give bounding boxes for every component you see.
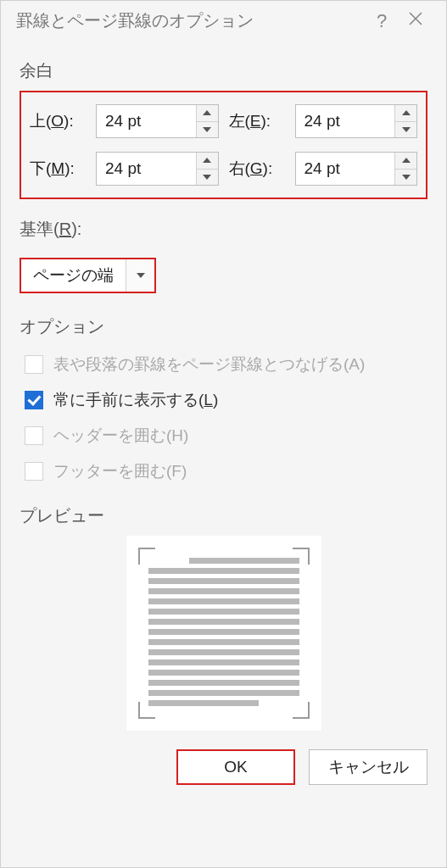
close-button[interactable]: [399, 11, 433, 31]
margin-right-inc[interactable]: [395, 153, 416, 170]
margin-right-input[interactable]: 24 pt: [295, 152, 418, 186]
option-align-borders: 表や段落の罫線をページ罫線とつなげる(A): [20, 347, 427, 382]
chevron-up-icon: [402, 158, 411, 163]
option-always-front[interactable]: 常に手前に表示する(L): [20, 382, 427, 418]
option-surround-header: ヘッダーを囲む(H): [20, 418, 427, 453]
margin-left-inc[interactable]: [395, 105, 416, 122]
preview-page: [126, 536, 321, 731]
dialog-title: 罫線とページ罫線のオプション: [16, 9, 365, 32]
margin-left-field: 左(E): 24 pt: [229, 104, 418, 138]
crop-mark-tr: [293, 548, 310, 565]
dialog-footer: OK キャンセル: [1, 731, 446, 800]
preview-container: [20, 536, 427, 731]
margin-bottom-inc[interactable]: [197, 153, 218, 170]
margin-bottom-label: 下(M):: [30, 158, 96, 180]
margin-bottom-dec[interactable]: [197, 170, 218, 186]
option-label: 常に手前に表示する(L): [53, 389, 218, 411]
margin-right-value[interactable]: 24 pt: [296, 153, 395, 185]
margin-left-value[interactable]: 24 pt: [296, 105, 395, 137]
chevron-down-icon: [402, 127, 411, 132]
margin-top-value[interactable]: 24 pt: [97, 105, 196, 137]
chevron-up-icon: [203, 110, 211, 115]
measure-from-toggle[interactable]: [126, 259, 154, 292]
options-group: 表や段落の罫線をページ罫線とつなげる(A) 常に手前に表示する(L) ヘッダーを…: [20, 347, 427, 489]
option-label: 表や段落の罫線をページ罫線とつなげる(A): [53, 353, 365, 376]
margin-top-input[interactable]: 24 pt: [96, 104, 219, 138]
margin-section-label: 余白: [20, 59, 427, 82]
margin-right-label: 右(G):: [229, 158, 295, 180]
measure-from-section: 基準(R): ページの端: [20, 218, 427, 293]
checkbox: [25, 355, 43, 374]
margin-bottom-input[interactable]: 24 pt: [96, 152, 219, 186]
checkbox: [25, 426, 43, 445]
cancel-button[interactable]: キャンセル: [309, 749, 427, 785]
checkbox: [25, 462, 43, 481]
titlebar: 罫線とページ罫線のオプション ?: [1, 1, 446, 41]
chevron-down-icon: [137, 273, 145, 278]
margin-top-label: 上(O):: [30, 110, 96, 132]
margin-left-input[interactable]: 24 pt: [295, 104, 418, 138]
close-icon: [408, 11, 423, 26]
margin-left-label: 左(E):: [229, 110, 295, 132]
chevron-down-icon: [203, 175, 211, 180]
margin-group: 上(O): 24 pt 左(E): 24 pt: [20, 91, 427, 199]
margin-bottom-field: 下(M): 24 pt: [30, 152, 219, 186]
option-label: ヘッダーを囲む(H): [53, 425, 188, 447]
chevron-up-icon: [203, 158, 211, 163]
preview-text-lines: [148, 558, 299, 706]
margin-bottom-value[interactable]: 24 pt: [97, 153, 196, 185]
preview-section-label: プレビュー: [20, 504, 427, 527]
margin-right-field: 右(G): 24 pt: [229, 152, 418, 186]
option-label: フッターを囲む(F): [53, 460, 187, 482]
margin-left-dec[interactable]: [395, 122, 416, 138]
option-surround-footer: フッターを囲む(F): [20, 453, 427, 489]
margin-top-dec[interactable]: [197, 122, 218, 138]
checkbox[interactable]: [25, 391, 43, 409]
crop-mark-br: [293, 702, 310, 719]
options-section-label: オプション: [20, 315, 427, 338]
margin-right-dec[interactable]: [395, 170, 416, 186]
margin-top-inc[interactable]: [197, 105, 218, 122]
chevron-down-icon: [203, 127, 211, 132]
chevron-down-icon: [402, 175, 411, 180]
measure-from-dropdown[interactable]: ページの端: [20, 258, 156, 293]
measure-from-value: ページの端: [21, 259, 126, 292]
measure-from-label: 基準(R):: [20, 218, 427, 241]
help-button[interactable]: ?: [365, 10, 399, 32]
crop-mark-bl: [138, 702, 155, 719]
ok-button[interactable]: OK: [176, 749, 295, 785]
crop-mark-tl: [138, 548, 155, 565]
margin-top-field: 上(O): 24 pt: [30, 104, 219, 138]
chevron-up-icon: [402, 110, 411, 115]
